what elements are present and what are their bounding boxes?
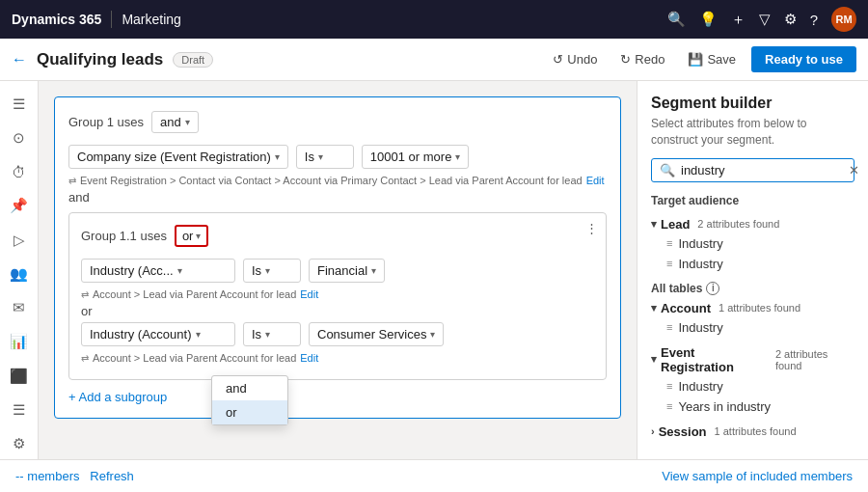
lead-count: 2 attributes found — [697, 218, 779, 230]
attr-icon-5: ≡ — [666, 400, 672, 412]
subgroup-condition-row-1: Industry (Acc... ▾ Is ▾ Financial ▾ — [81, 259, 594, 283]
add-subgroup-button[interactable]: + Add a subgroup — [68, 390, 607, 404]
refresh-link[interactable]: Refresh — [90, 469, 134, 483]
attr-icon-4: ≡ — [666, 380, 672, 392]
subgroup-more-icon[interactable]: ⋮ — [585, 221, 598, 235]
path-row-1: ⇄ Event Registration > Contact via Conta… — [68, 175, 607, 186]
view-sample-link[interactable]: View sample of included members — [662, 469, 853, 483]
sidebar-item-play[interactable]: ▷ — [4, 225, 35, 255]
sidebar-item-settings[interactable]: ⚙ — [4, 429, 35, 459]
segment-panel: Segment builder Select attributes from b… — [637, 81, 868, 459]
add-icon[interactable]: ＋ — [731, 11, 746, 29]
event-count: 2 attributes found — [775, 348, 854, 371]
value-selector-1[interactable]: 10001 or more ▾ — [362, 145, 470, 169]
help-icon[interactable]: ? — [810, 12, 818, 28]
target-audience-label: Target audience — [651, 194, 854, 207]
page-title: Qualifying leads — [37, 50, 163, 69]
and-or-dropdown-popup: and or — [211, 375, 288, 425]
search-icon: 🔍 — [660, 163, 675, 178]
session-chevron-icon: › — [651, 425, 655, 437]
subgroup-label: Group 1.1 uses — [81, 229, 167, 243]
left-sidebar: ☰ ⊙ ⏱ 📌 ▷ 👥 ✉ 📊 ⬛ ☰ ⚙ — [0, 81, 39, 459]
ready-button[interactable]: Ready to use — [751, 46, 856, 72]
account-attribute-1[interactable]: ≡ Industry — [651, 317, 854, 338]
subgroup-operator-1[interactable]: Is ▾ — [243, 259, 301, 283]
sidebar-item-segment[interactable]: ⬛ — [4, 361, 35, 391]
operator-selector-1[interactable]: Is ▾ — [296, 145, 354, 169]
undo-button[interactable]: ↺ Undo — [545, 48, 605, 70]
search-input[interactable] — [681, 163, 843, 178]
bottom-bar: -- members Refresh View sample of includ… — [0, 459, 868, 492]
members-text: -- members Refresh — [15, 469, 134, 483]
popup-item-or[interactable]: or — [212, 400, 287, 424]
subgroup-path-icon-2: ⇄ — [81, 353, 89, 364]
subgroup-value-1[interactable]: Financial ▾ — [309, 259, 385, 283]
edit-link-1[interactable]: Edit — [586, 175, 605, 186]
notification-icon[interactable]: 💡 — [699, 11, 718, 28]
attr-icon-1: ≡ — [666, 237, 672, 249]
lead-header[interactable]: ▾ Lead 2 attributes found — [651, 215, 854, 233]
event-header[interactable]: ▾ Event Registration 2 attributes found — [651, 343, 854, 376]
settings-icon[interactable]: ⚙ — [784, 11, 797, 28]
event-attribute-1[interactable]: ≡ Industry — [651, 376, 854, 396]
lead-section: ▾ Lead 2 attributes found ≡ Industry ≡ I… — [651, 215, 854, 274]
content-area: Group 1 uses and ▾ Company size (Event R… — [39, 81, 637, 459]
account-category-name: Account — [661, 301, 711, 315]
sidebar-item-chart[interactable]: 📊 — [4, 327, 35, 357]
account-header[interactable]: ▾ Account 1 attributes found — [651, 299, 854, 317]
field-selector-1[interactable]: Company size (Event Registration) ▾ — [68, 145, 288, 169]
subgroup-edit-link-2[interactable]: Edit — [300, 352, 318, 364]
attr-icon-3: ≡ — [666, 321, 672, 333]
subgroup-field-2[interactable]: Industry (Account) ▾ — [81, 322, 235, 346]
avatar[interactable]: RM — [831, 7, 856, 32]
event-category-name: Event Registration — [661, 345, 768, 374]
sub-nav: ← Qualifying leads Draft ↺ Undo ↻ Redo 💾… — [0, 39, 868, 81]
session-section: › Session 1 attributes found — [651, 423, 854, 441]
popup-item-and[interactable]: and — [212, 376, 287, 400]
event-section: ▾ Event Registration 2 attributes found … — [651, 343, 854, 417]
subgroup-path-icon-1: ⇄ — [81, 289, 89, 300]
event-chevron-icon: ▾ — [651, 353, 657, 366]
subgroup-operator-2[interactable]: Is ▾ — [243, 322, 301, 346]
sidebar-item-contacts[interactable]: 👥 — [4, 259, 35, 288]
app-title: Dynamics 365 — [12, 12, 101, 27]
subgroup-condition-row-2: Industry (Account) ▾ Is ▾ Consumer Servi… — [81, 322, 594, 346]
session-category-name: Session — [659, 424, 707, 439]
event-attribute-2[interactable]: ≡ Years in industry — [651, 396, 854, 417]
group-operator-dropdown[interactable]: and ▾ — [151, 111, 199, 133]
condition-row-1: Company size (Event Registration) ▾ Is ▾… — [68, 145, 607, 169]
subgroup-value-2[interactable]: Consumer Services ▾ — [309, 322, 444, 346]
lead-chevron-icon: ▾ — [651, 218, 657, 231]
sidebar-item-email[interactable]: ✉ — [4, 293, 35, 323]
search-icon[interactable]: 🔍 — [667, 11, 686, 28]
subgroup-path-row-1: ⇄ Account > Lead via Parent Account for … — [81, 288, 594, 300]
top-nav-icons: 🔍 💡 ＋ ▽ ⚙ ? RM — [667, 7, 856, 32]
filter-icon[interactable]: ▽ — [759, 11, 771, 28]
save-button[interactable]: 💾 Save — [680, 48, 744, 70]
sub-nav-actions: ↺ Undo ↻ Redo 💾 Save Ready to use — [545, 46, 856, 72]
subgroup-operator-dropdown[interactable]: or ▾ — [175, 225, 209, 247]
subgroup-field-1[interactable]: Industry (Acc... ▾ — [81, 259, 235, 283]
segment-panel-desc: Select attributes from below to construc… — [651, 116, 854, 149]
sidebar-item-menu[interactable]: ☰ — [4, 89, 35, 119]
back-button[interactable]: ← — [12, 51, 27, 68]
all-tables-header[interactable]: All tables i — [651, 282, 854, 295]
lead-category-name: Lead — [661, 217, 690, 232]
search-clear-icon[interactable]: ✕ — [849, 163, 859, 178]
lead-attribute-2[interactable]: ≡ Industry — [651, 254, 854, 274]
session-header[interactable]: › Session 1 attributes found — [651, 423, 854, 441]
sidebar-item-pin[interactable]: 📌 — [4, 191, 35, 221]
status-badge: Draft — [173, 52, 213, 68]
sidebar-item-list[interactable]: ☰ — [4, 395, 35, 424]
subgroup-header: Group 1.1 uses or ▾ — [81, 225, 594, 247]
lead-attribute-1[interactable]: ≡ Industry — [651, 233, 854, 254]
redo-button[interactable]: ↻ Redo — [612, 48, 672, 70]
segment-panel-title: Segment builder — [651, 95, 854, 112]
sidebar-item-recent[interactable]: ⏱ — [4, 157, 35, 187]
info-icon: i — [706, 282, 719, 295]
subgroup-edit-link-1[interactable]: Edit — [300, 288, 318, 300]
app-subtitle: Marketing — [122, 12, 180, 27]
sidebar-item-home[interactable]: ⊙ — [4, 123, 35, 152]
logic-and: and — [68, 190, 607, 205]
group-header: Group 1 uses and ▾ — [68, 111, 607, 133]
